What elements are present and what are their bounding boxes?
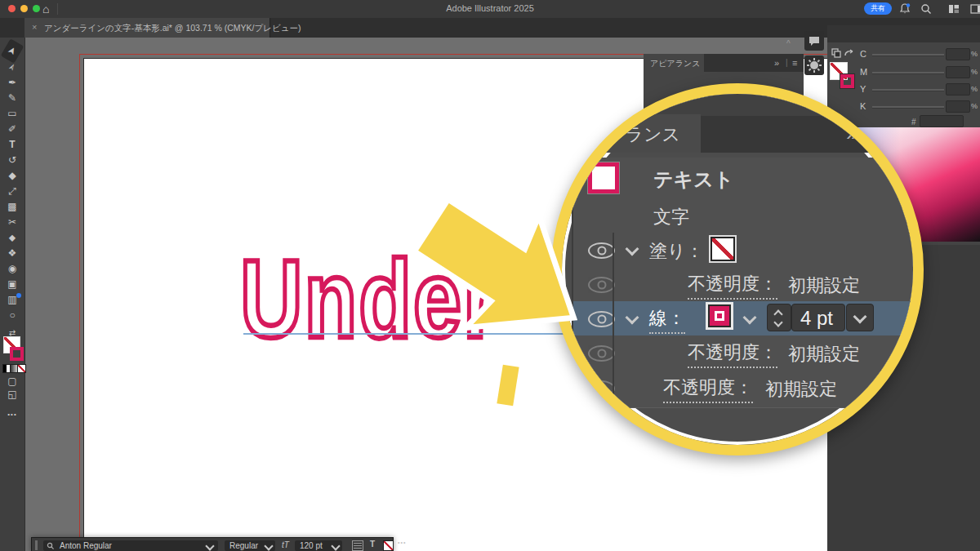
artboard-tool[interactable]: ▣ (0, 277, 24, 292)
document-tab-label: アンダーラインの文字-基本形.ai* @ 103.71 % (CMYK/プレビュ… (44, 23, 301, 34)
font-size-value: 120 pt (300, 541, 323, 550)
fill-none-swatch[interactable] (383, 540, 394, 551)
visibility-eye-icon[interactable] (588, 277, 615, 293)
percent-label: % (971, 50, 978, 58)
channel-value-k[interactable] (946, 100, 970, 113)
stroke-color-swatch[interactable] (708, 304, 731, 327)
stroke-link[interactable]: 線： (649, 306, 685, 334)
appearance-panel-title: アピアランス (650, 58, 700, 69)
curvature-tool[interactable]: ✎ (0, 91, 24, 106)
channel-label-m: M (860, 67, 867, 77)
stroke-color-swatch[interactable] (10, 347, 24, 361)
search-icon[interactable] (920, 2, 933, 16)
fill-swatch-none[interactable] (710, 237, 735, 261)
channel-slider-m[interactable] (872, 72, 944, 74)
character-control-bar: Anton Regular Regular tT 120 pt T ••• (31, 537, 394, 551)
visibility-eye-icon[interactable] (588, 345, 615, 362)
scale-tool[interactable]: ⤢ (0, 184, 24, 199)
channel-slider-k[interactable] (872, 106, 944, 109)
workspace-switcher-icon[interactable] (947, 2, 960, 16)
channel-value-y[interactable] (946, 83, 970, 96)
swatch-dropdown-chevron-icon[interactable] (743, 311, 757, 325)
scrollbar-up-icon[interactable]: ^ (786, 39, 791, 48)
gradient-tool[interactable]: ▩ (0, 199, 24, 215)
symbol-sprayer-tool[interactable]: ◉ (0, 261, 24, 277)
artwork-text[interactable]: Under (240, 236, 498, 362)
font-family-field[interactable]: Anton Regular (43, 540, 218, 551)
text-baseline-underline (243, 333, 564, 335)
channel-value-m[interactable] (946, 66, 970, 78)
comments-panel-button[interactable] (804, 31, 824, 51)
link-cmyk-icon[interactable] (831, 47, 842, 59)
opacity-link[interactable]: 不透明度： (688, 340, 777, 368)
appearance-row-characters[interactable]: 文字 (572, 198, 913, 233)
paintbrush-tool[interactable]: ✐ (0, 122, 24, 137)
more-options-icon[interactable]: ••• (398, 540, 406, 545)
edit-toolbar-button[interactable]: ••• (0, 407, 24, 422)
tools-panel: ➤ ➣ ✒ ✎ ▭ ✐ T ↺ ◆ ⤢ ▩ ✂ ⬥ ❖ ◉ ▣ ▥ ○ ⇄ ▢ … (0, 38, 25, 551)
font-style-field[interactable]: Regular (225, 540, 275, 551)
font-size-field[interactable]: 120 pt (295, 540, 342, 551)
blend-tool[interactable]: ❖ (0, 246, 24, 261)
channel-label-y: Y (860, 84, 866, 94)
chevron-down-icon (331, 541, 340, 550)
chevron-down-icon[interactable] (626, 242, 639, 256)
visibility-eye-icon[interactable] (588, 311, 615, 327)
stroke-weight-field[interactable]: 4 pt (791, 304, 845, 331)
search-icon (47, 542, 55, 550)
visibility-eye-icon[interactable] (588, 242, 615, 259)
stroke-color-swatch[interactable] (840, 74, 854, 88)
row-label: 塗り： (649, 239, 704, 264)
channel-value-c[interactable] (946, 48, 970, 60)
touch-type-icon[interactable]: T (370, 540, 375, 549)
close-tab-icon[interactable]: × (32, 22, 37, 32)
appearance-row-opacity[interactable]: 不透明度： 初期設定 (572, 370, 913, 408)
chevron-down-icon[interactable] (853, 310, 867, 324)
stroke-weight-dropdown[interactable] (846, 304, 874, 331)
eyedropper-tool[interactable]: ⬥ (0, 230, 24, 246)
panel-layout-icon[interactable] (970, 2, 980, 16)
rotate-tool[interactable]: ↺ (0, 153, 24, 168)
share-button[interactable]: 共有 (864, 2, 892, 15)
magnifier-callout: » | ≡ アピアランス テキスト 文字 塗り： 不透明度： 初期設定 (551, 83, 924, 455)
chevron-down-icon[interactable] (626, 311, 639, 325)
type-tool[interactable]: T (0, 137, 24, 153)
appearance-row-fill-opacity[interactable]: 不透明度： 初期設定 (572, 267, 913, 302)
opacity-link[interactable]: 不透明度： (663, 375, 753, 403)
screen-mode-button[interactable]: ◱ (0, 387, 24, 402)
properties-gear-button[interactable] (804, 56, 824, 75)
font-style-value: Regular (229, 541, 258, 550)
opacity-value: 初期設定 (788, 342, 860, 367)
panel-tabs-bar (827, 25, 980, 42)
panel-menu-icon[interactable]: ≡ (792, 58, 797, 68)
channel-slider-y[interactable] (872, 89, 944, 91)
stroke-weight-stepper[interactable] (767, 304, 791, 331)
appearance-row-fill[interactable]: 塗り： (572, 233, 913, 268)
drag-handle[interactable] (35, 540, 38, 550)
channel-slider-c[interactable] (872, 54, 944, 56)
stroke-weight-value: 4 pt (800, 307, 833, 330)
notifications-bell-icon[interactable] (898, 2, 911, 16)
hex-value-field[interactable] (920, 115, 964, 127)
none-mode-button[interactable] (17, 364, 26, 373)
pen-tool[interactable]: ✒ (0, 75, 24, 91)
divider (612, 233, 614, 407)
invert-icon[interactable] (844, 48, 855, 58)
stepper-down-icon[interactable] (773, 318, 782, 327)
appearance-row-stroke-selected[interactable]: 線： 4 pt (572, 301, 913, 336)
appearance-row-stroke-opacity[interactable]: 不透明度： 初期設定 (572, 335, 913, 371)
opacity-link[interactable]: 不透明度： (688, 272, 777, 300)
scissors-tool[interactable]: ✂ (0, 215, 24, 230)
app-title: Adobe Illustrator 2025 (0, 3, 980, 13)
divider: | (786, 58, 788, 67)
panel-expand-icon[interactable]: » (774, 58, 779, 68)
shape-builder-tool[interactable]: ◆ (0, 168, 24, 184)
text-target-swatch[interactable] (588, 162, 619, 193)
appearance-panel-tab[interactable]: アピアランス (644, 54, 704, 72)
zoom-tool[interactable]: ○ (0, 308, 24, 323)
channel-label-c: C (860, 49, 866, 59)
appearance-row-text[interactable]: テキスト (572, 158, 913, 199)
paragraph-panel-icon[interactable] (352, 540, 363, 551)
rectangle-tool[interactable]: ▭ (0, 106, 24, 122)
document-tab[interactable]: × アンダーラインの文字-基本形.ai* @ 103.71 % (CMYK/プレ… (24, 18, 270, 38)
